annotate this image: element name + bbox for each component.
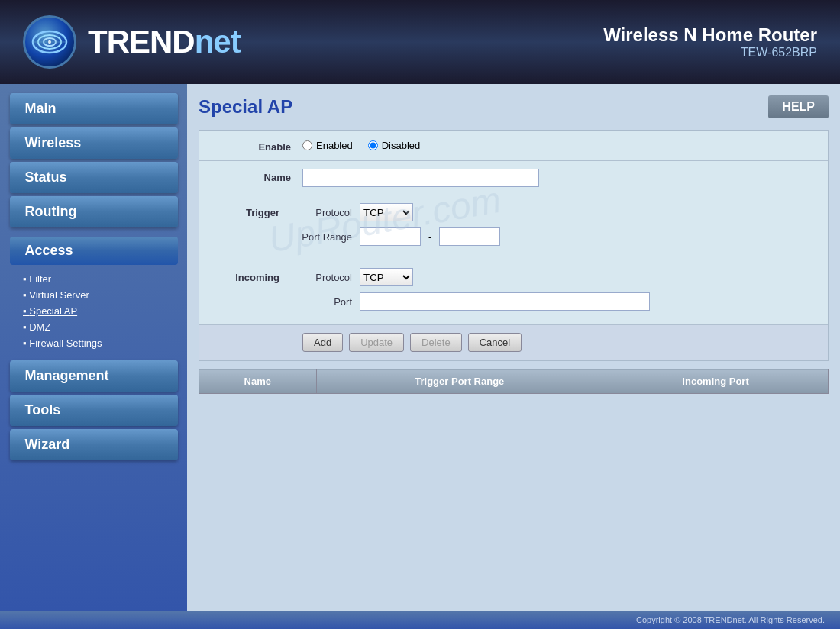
update-button[interactable]: Update — [349, 333, 404, 352]
name-label: Name — [211, 169, 302, 183]
incoming-label: Incoming — [199, 260, 291, 324]
nav-wireless[interactable]: Wireless — [10, 127, 178, 159]
main-layout: Main Wireless Status Routing Access Filt… — [0, 84, 840, 611]
content-area: UpRouter.com Special AP HELP Enable Enab… — [187, 84, 840, 611]
enable-content: Enabled Disabled — [302, 138, 816, 151]
add-button[interactable]: Add — [302, 333, 343, 352]
incoming-port-label: Port — [291, 296, 352, 308]
page-title: Special AP — [199, 96, 292, 118]
trigger-port-start[interactable] — [360, 227, 421, 246]
logo-text: TRENDnet — [88, 24, 241, 60]
footer: Copyright © 2008 TRENDnet. All Rights Re… — [0, 611, 840, 629]
name-content — [302, 169, 816, 187]
trigger-protocol-select[interactable]: TCP UDP Both — [360, 203, 413, 221]
footer-copyright: Copyright © 2008 TRENDnet. All Rights Re… — [636, 615, 825, 624]
access-subnav: Filter Virtual Server Special AP DMZ Fir… — [0, 268, 187, 354]
nav-status[interactable]: Status — [10, 162, 178, 193]
trigger-section: Trigger Protocol TCP UDP Both Port Range — [199, 195, 828, 260]
access-section: Access Filter Virtual Server Special AP … — [0, 231, 187, 357]
sidebar: Main Wireless Status Routing Access Filt… — [0, 84, 187, 611]
product-name: Wireless N Home Router — [603, 24, 817, 46]
cancel-button[interactable]: Cancel — [468, 333, 522, 352]
header: TRENDnet Wireless N Home Router TEW-652B… — [0, 0, 840, 84]
logo-area: TRENDnet — [23, 15, 241, 69]
disabled-option[interactable]: Disabled — [368, 140, 421, 151]
enable-label: Enable — [211, 138, 302, 153]
form-panel: Enable Enabled Disabled — [199, 130, 829, 361]
incoming-port-input[interactable] — [360, 292, 650, 311]
nav-management[interactable]: Management — [10, 360, 178, 392]
subnav-firewall-settings[interactable]: Firewall Settings — [23, 335, 187, 351]
name-row: Name — [199, 161, 828, 195]
subnav-dmz[interactable]: DMZ — [23, 319, 187, 335]
incoming-port-row: Port — [291, 292, 828, 311]
col-incoming-port: Incoming Port — [603, 369, 829, 394]
port-dash: - — [428, 231, 431, 243]
enable-radio-group: Enabled Disabled — [302, 138, 816, 151]
trigger-portrange-label: Port Range — [291, 231, 352, 243]
header-right: Wireless N Home Router TEW-652BRP — [603, 24, 817, 60]
product-model: TEW-652BRP — [603, 46, 817, 60]
button-row: Add Update Delete Cancel — [199, 325, 828, 360]
enabled-radio[interactable] — [302, 140, 312, 150]
col-trigger-port-range: Trigger Port Range — [316, 369, 603, 394]
subnav-filter[interactable]: Filter — [23, 271, 187, 287]
data-table: Name Trigger Port Range Incoming Port — [199, 369, 829, 394]
incoming-section: Incoming Protocol TCP UDP Both Port — [199, 260, 828, 325]
trigger-fields: Protocol TCP UDP Both Port Range - — [291, 195, 828, 260]
trigger-protocol-row: Protocol TCP UDP Both — [291, 203, 828, 221]
page-header: Special AP HELP — [199, 95, 829, 118]
help-button[interactable]: HELP — [768, 95, 829, 118]
disabled-radio[interactable] — [368, 140, 378, 150]
nav-main[interactable]: Main — [10, 93, 178, 124]
trigger-label: Trigger — [199, 195, 291, 260]
table-header-row: Name Trigger Port Range Incoming Port — [199, 369, 829, 394]
delete-button[interactable]: Delete — [410, 333, 462, 352]
disabled-label: Disabled — [382, 140, 421, 151]
enabled-label: Enabled — [316, 140, 353, 151]
enabled-option[interactable]: Enabled — [302, 140, 353, 151]
nav-routing[interactable]: Routing — [10, 196, 178, 227]
logo-icon — [23, 15, 76, 69]
col-name: Name — [199, 369, 317, 394]
enable-row: Enable Enabled Disabled — [199, 131, 828, 161]
subnav-special-ap[interactable]: Special AP — [23, 303, 187, 319]
name-input[interactable] — [302, 169, 539, 187]
incoming-protocol-row: Protocol TCP UDP Both — [291, 268, 828, 286]
trigger-port-end[interactable] — [439, 227, 500, 246]
incoming-fields: Protocol TCP UDP Both Port — [291, 260, 828, 324]
trigger-portrange-row: Port Range - — [291, 227, 828, 246]
trigger-protocol-label: Protocol — [291, 207, 352, 218]
nav-tools[interactable]: Tools — [10, 395, 178, 426]
subnav-virtual-server[interactable]: Virtual Server — [23, 287, 187, 303]
incoming-protocol-select[interactable]: TCP UDP Both — [360, 268, 413, 286]
access-title: Access — [10, 237, 178, 265]
incoming-protocol-label: Protocol — [291, 272, 352, 283]
nav-wizard[interactable]: Wizard — [10, 429, 178, 460]
